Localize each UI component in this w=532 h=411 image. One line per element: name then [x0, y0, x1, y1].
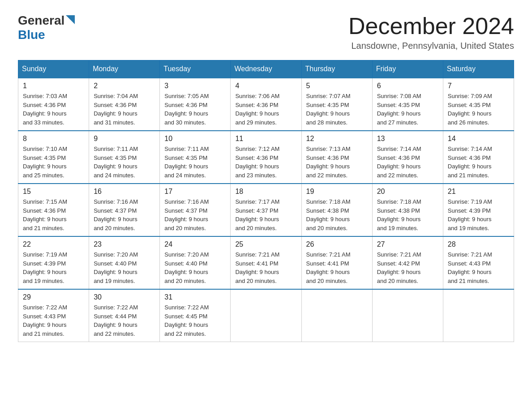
daylight-label: Daylight: 9 hours: [448, 110, 492, 117]
sunset-label: Sunset: 4:36 PM: [448, 154, 491, 161]
day-number: 10: [164, 135, 226, 143]
day-info: Sunrise: 7:11 AM Sunset: 4:35 PM Dayligh…: [94, 145, 155, 180]
day-number: 3: [164, 82, 226, 90]
day-number: 22: [23, 240, 84, 248]
daylight-label: Daylight: 9 hours: [306, 269, 350, 275]
daylight-minutes: and 25 minutes.: [23, 172, 64, 179]
daylight-minutes: and 30 minutes.: [164, 119, 206, 126]
daylight-label: Daylight: 9 hours: [23, 163, 67, 170]
sunrise-label: Sunrise: 7:21 AM: [377, 251, 421, 258]
daylight-minutes: and 20 minutes.: [235, 278, 277, 284]
day-number: 2: [94, 82, 155, 90]
day-info: Sunrise: 7:18 AM Sunset: 4:38 PM Dayligh…: [306, 197, 368, 232]
table-row: [443, 289, 514, 342]
table-row: [372, 289, 443, 342]
sunrise-label: Sunrise: 7:05 AM: [164, 93, 209, 99]
table-row: 7 Sunrise: 7:09 AM Sunset: 4:35 PM Dayli…: [443, 78, 514, 131]
calendar-week-row: 15 Sunrise: 7:15 AM Sunset: 4:36 PM Dayl…: [18, 184, 514, 236]
sunset-label: Sunset: 4:38 PM: [377, 207, 420, 214]
sunrise-label: Sunrise: 7:13 AM: [306, 146, 351, 152]
sunset-label: Sunset: 4:41 PM: [235, 260, 278, 267]
daylight-minutes: and 22 minutes.: [377, 172, 419, 179]
table-row: 18 Sunrise: 7:17 AM Sunset: 4:37 PM Dayl…: [231, 184, 301, 236]
table-row: 23 Sunrise: 7:20 AM Sunset: 4:40 PM Dayl…: [89, 236, 160, 289]
day-info: Sunrise: 7:09 AM Sunset: 4:35 PM Dayligh…: [448, 92, 509, 127]
sunrise-label: Sunrise: 7:20 AM: [164, 251, 209, 258]
daylight-minutes: and 21 minutes.: [448, 278, 489, 284]
daylight-minutes: and 29 minutes.: [235, 119, 277, 126]
day-info: Sunrise: 7:14 AM Sunset: 4:36 PM Dayligh…: [377, 145, 438, 180]
table-row: 20 Sunrise: 7:18 AM Sunset: 4:38 PM Dayl…: [372, 184, 443, 236]
sunrise-label: Sunrise: 7:22 AM: [164, 304, 209, 311]
table-row: 19 Sunrise: 7:18 AM Sunset: 4:38 PM Dayl…: [301, 184, 372, 236]
table-row: 12 Sunrise: 7:13 AM Sunset: 4:36 PM Dayl…: [301, 131, 372, 184]
table-row: 10 Sunrise: 7:11 AM Sunset: 4:35 PM Dayl…: [160, 131, 231, 184]
day-number: 19: [306, 188, 368, 196]
daylight-label: Daylight: 9 hours: [306, 110, 350, 117]
daylight-minutes: and 21 minutes.: [23, 225, 64, 231]
day-info: Sunrise: 7:13 AM Sunset: 4:36 PM Dayligh…: [306, 145, 368, 180]
sunset-label: Sunset: 4:36 PM: [235, 154, 278, 161]
day-info: Sunrise: 7:16 AM Sunset: 4:37 PM Dayligh…: [164, 197, 226, 232]
table-row: 2 Sunrise: 7:04 AM Sunset: 4:36 PM Dayli…: [89, 78, 160, 131]
day-info: Sunrise: 7:05 AM Sunset: 4:36 PM Dayligh…: [164, 92, 226, 127]
daylight-label: Daylight: 9 hours: [306, 163, 350, 170]
sunrise-label: Sunrise: 7:19 AM: [448, 198, 492, 205]
daylight-minutes: and 21 minutes.: [23, 330, 64, 337]
day-number: 31: [164, 293, 226, 301]
table-row: [231, 289, 301, 342]
daylight-minutes: and 19 minutes.: [377, 225, 419, 231]
day-info: Sunrise: 7:21 AM Sunset: 4:42 PM Dayligh…: [377, 250, 438, 285]
sunset-label: Sunset: 4:35 PM: [377, 102, 420, 108]
daylight-label: Daylight: 9 hours: [235, 110, 279, 117]
table-row: 9 Sunrise: 7:11 AM Sunset: 4:35 PM Dayli…: [89, 131, 160, 184]
daylight-minutes: and 22 minutes.: [164, 330, 206, 337]
sunset-label: Sunset: 4:44 PM: [94, 313, 137, 320]
daylight-minutes: and 31 minutes.: [94, 119, 135, 126]
calendar-week-row: 29 Sunrise: 7:22 AM Sunset: 4:43 PM Dayl…: [18, 289, 514, 342]
day-number: 27: [377, 240, 438, 248]
table-row: 14 Sunrise: 7:14 AM Sunset: 4:36 PM Dayl…: [443, 131, 514, 184]
sunset-label: Sunset: 4:43 PM: [23, 313, 66, 320]
sunset-label: Sunset: 4:37 PM: [164, 207, 207, 214]
header-sunday: Sunday: [18, 60, 89, 78]
sunrise-label: Sunrise: 7:21 AM: [448, 251, 492, 258]
day-number: 1: [23, 82, 84, 90]
page-header: General Blue December 2024 Lansdowne, Pe…: [18, 13, 514, 51]
day-number: 13: [377, 135, 438, 143]
day-number: 4: [235, 82, 296, 90]
sunset-label: Sunset: 4:35 PM: [23, 154, 66, 161]
daylight-label: Daylight: 9 hours: [94, 110, 137, 117]
day-number: 5: [306, 82, 368, 90]
daylight-minutes: and 23 minutes.: [235, 172, 277, 179]
day-number: 12: [306, 135, 368, 143]
sunrise-label: Sunrise: 7:07 AM: [306, 93, 351, 99]
day-info: Sunrise: 7:22 AM Sunset: 4:43 PM Dayligh…: [23, 303, 84, 338]
title-section: December 2024 Lansdowne, Pennsylvania, U…: [348, 13, 514, 51]
calendar-week-row: 22 Sunrise: 7:19 AM Sunset: 4:39 PM Dayl…: [18, 236, 514, 289]
daylight-minutes: and 19 minutes.: [448, 225, 489, 231]
sunset-label: Sunset: 4:39 PM: [448, 207, 491, 214]
daylight-label: Daylight: 9 hours: [235, 216, 279, 223]
day-info: Sunrise: 7:22 AM Sunset: 4:44 PM Dayligh…: [94, 303, 155, 338]
day-number: 28: [448, 240, 509, 248]
daylight-minutes: and 22 minutes.: [306, 172, 348, 179]
day-number: 30: [94, 293, 155, 301]
header-friday: Friday: [372, 60, 443, 78]
sunrise-label: Sunrise: 7:12 AM: [235, 146, 279, 152]
month-title: December 2024: [348, 13, 514, 39]
sunrise-label: Sunrise: 7:21 AM: [306, 251, 351, 258]
daylight-minutes: and 27 minutes.: [377, 119, 419, 126]
day-info: Sunrise: 7:14 AM Sunset: 4:36 PM Dayligh…: [448, 145, 509, 180]
day-number: 11: [235, 135, 296, 143]
daylight-label: Daylight: 9 hours: [164, 216, 208, 223]
daylight-label: Daylight: 9 hours: [306, 216, 350, 223]
sunset-label: Sunset: 4:42 PM: [377, 260, 420, 267]
day-info: Sunrise: 7:12 AM Sunset: 4:36 PM Dayligh…: [235, 145, 296, 180]
daylight-label: Daylight: 9 hours: [235, 163, 279, 170]
daylight-minutes: and 19 minutes.: [23, 278, 64, 284]
day-info: Sunrise: 7:20 AM Sunset: 4:40 PM Dayligh…: [164, 250, 226, 285]
day-number: 20: [377, 188, 438, 196]
sunset-label: Sunset: 4:36 PM: [164, 102, 207, 108]
sunset-label: Sunset: 4:40 PM: [164, 260, 207, 267]
